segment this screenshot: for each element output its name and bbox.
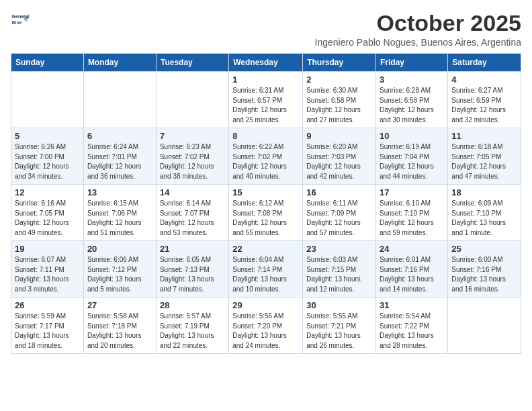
calendar-cell: 4Sunrise: 6:27 AMSunset: 6:59 PMDaylight… [448, 72, 521, 128]
cell-info: Sunrise: 6:14 AM [160, 199, 225, 209]
calendar-cell: 9Sunrise: 6:20 AMSunset: 7:03 PMDaylight… [303, 128, 376, 185]
cell-info: Sunset: 6:57 PM [232, 96, 299, 106]
calendar-cell: 1Sunrise: 6:31 AMSunset: 6:57 PMDaylight… [229, 72, 303, 128]
cell-info: Sunset: 7:20 PM [232, 322, 299, 332]
location-subtitle: Ingeniero Pablo Nogues, Buenos Aires, Ar… [315, 37, 521, 48]
cell-info: Daylight: 13 hours and 12 minutes. [306, 275, 372, 294]
cell-info: Sunrise: 5:58 AM [87, 312, 152, 322]
day-number: 8 [232, 131, 299, 141]
cell-info: Sunrise: 6:03 AM [306, 255, 372, 265]
cell-info: Sunset: 7:19 PM [160, 322, 225, 332]
cell-info: Sunset: 7:14 PM [232, 265, 299, 275]
col-header-monday: Monday [83, 54, 156, 72]
day-number: 23 [306, 244, 372, 254]
cell-info: Daylight: 13 hours and 22 minutes. [160, 331, 225, 351]
cell-info: Sunset: 7:09 PM [306, 209, 372, 219]
cell-info: Sunset: 7:07 PM [160, 209, 225, 219]
cell-info: Daylight: 12 hours and 38 minutes. [160, 162, 225, 181]
cell-info: Sunrise: 6:11 AM [306, 199, 372, 209]
cell-info: Sunset: 7:13 PM [160, 265, 225, 275]
day-number: 10 [380, 131, 444, 141]
day-number: 1 [232, 75, 299, 85]
day-number: 24 [380, 244, 444, 254]
calendar-cell: 22Sunrise: 6:04 AMSunset: 7:14 PMDayligh… [229, 241, 303, 298]
calendar-table: SundayMondayTuesdayWednesdayThursdayFrid… [11, 53, 521, 354]
cell-info: Daylight: 13 hours and 14 minutes. [380, 275, 444, 294]
cell-info: Daylight: 12 hours and 47 minutes. [451, 162, 517, 181]
col-header-saturday: Saturday [448, 54, 521, 72]
day-number: 26 [15, 300, 80, 310]
cell-info: Sunset: 6:59 PM [451, 96, 517, 106]
day-number: 2 [306, 75, 372, 85]
cell-info: Sunrise: 6:12 AM [232, 199, 299, 209]
cell-info: Daylight: 12 hours and 44 minutes. [380, 162, 444, 181]
cell-info: Sunrise: 6:22 AM [232, 142, 299, 152]
day-number: 6 [87, 131, 152, 141]
cell-info: Daylight: 12 hours and 42 minutes. [306, 162, 372, 181]
day-number: 11 [451, 131, 517, 141]
svg-text:Blue: Blue [12, 20, 22, 25]
cell-info: Sunset: 7:05 PM [15, 209, 80, 219]
col-header-friday: Friday [376, 54, 448, 72]
cell-info: Daylight: 13 hours and 16 minutes. [451, 275, 517, 294]
cell-info: Sunset: 7:11 PM [15, 265, 80, 275]
cell-info: Sunset: 7:12 PM [87, 265, 152, 275]
cell-info: Sunrise: 6:06 AM [87, 255, 152, 265]
cell-info: Daylight: 12 hours and 59 minutes. [380, 218, 444, 238]
cell-info: Sunset: 7:22 PM [380, 322, 444, 332]
logo: General Blue [11, 11, 30, 30]
calendar-cell: 18Sunrise: 6:09 AMSunset: 7:10 PMDayligh… [448, 185, 521, 241]
cell-info: Sunset: 7:03 PM [306, 152, 372, 163]
week-row-1: 1Sunrise: 6:31 AMSunset: 6:57 PMDaylight… [11, 72, 521, 128]
cell-info: Sunset: 7:21 PM [306, 322, 372, 332]
calendar-cell [448, 298, 521, 354]
cell-info: Daylight: 13 hours and 26 minutes. [306, 331, 372, 351]
calendar-cell: 30Sunrise: 5:55 AMSunset: 7:21 PMDayligh… [303, 298, 376, 354]
month-title: October 2025 [315, 11, 521, 36]
cell-info: Sunset: 7:18 PM [87, 322, 152, 332]
day-number: 31 [380, 300, 444, 310]
calendar-cell: 2Sunrise: 6:30 AMSunset: 6:58 PMDaylight… [303, 72, 376, 128]
logo-icon: General Blue [11, 11, 30, 30]
day-number: 15 [232, 187, 299, 197]
day-number: 25 [451, 244, 517, 254]
cell-info: Daylight: 12 hours and 51 minutes. [87, 218, 152, 238]
cell-info: Daylight: 12 hours and 57 minutes. [306, 218, 372, 238]
col-header-wednesday: Wednesday [229, 54, 303, 72]
cell-info: Sunrise: 5:55 AM [306, 312, 372, 322]
cell-info: Daylight: 12 hours and 27 minutes. [306, 105, 372, 125]
cell-info: Sunrise: 6:23 AM [160, 142, 225, 152]
header-row: SundayMondayTuesdayWednesdayThursdayFrid… [11, 54, 521, 72]
calendar-cell: 15Sunrise: 6:12 AMSunset: 7:08 PMDayligh… [229, 185, 303, 241]
calendar-cell: 29Sunrise: 5:56 AMSunset: 7:20 PMDayligh… [229, 298, 303, 354]
calendar-cell: 20Sunrise: 6:06 AMSunset: 7:12 PMDayligh… [83, 241, 156, 298]
calendar-cell: 26Sunrise: 5:59 AMSunset: 7:17 PMDayligh… [11, 298, 84, 354]
cell-info: Daylight: 13 hours and 18 minutes. [15, 331, 80, 351]
cell-info: Sunrise: 6:18 AM [451, 142, 517, 152]
day-number: 19 [15, 244, 80, 254]
calendar-cell [83, 72, 156, 128]
calendar-cell: 13Sunrise: 6:15 AMSunset: 7:06 PMDayligh… [83, 185, 156, 241]
cell-info: Sunrise: 6:00 AM [451, 255, 517, 265]
cell-info: Daylight: 13 hours and 7 minutes. [160, 275, 225, 294]
cell-info: Daylight: 12 hours and 25 minutes. [232, 105, 299, 125]
cell-info: Sunrise: 6:19 AM [380, 142, 444, 152]
day-number: 12 [15, 187, 80, 197]
day-number: 3 [380, 75, 444, 85]
cell-info: Sunrise: 6:31 AM [232, 86, 299, 96]
cell-info: Sunset: 6:58 PM [306, 96, 372, 106]
cell-info: Sunset: 7:02 PM [232, 152, 299, 163]
cell-info: Sunrise: 6:26 AM [15, 142, 80, 152]
cell-info: Sunrise: 6:20 AM [306, 142, 372, 152]
calendar-cell: 8Sunrise: 6:22 AMSunset: 7:02 PMDaylight… [229, 128, 303, 185]
cell-info: Daylight: 13 hours and 24 minutes. [232, 331, 299, 351]
cell-info: Sunset: 7:10 PM [380, 209, 444, 219]
cell-info: Sunset: 7:16 PM [380, 265, 444, 275]
week-row-5: 26Sunrise: 5:59 AMSunset: 7:17 PMDayligh… [11, 298, 521, 354]
cell-info: Sunrise: 6:24 AM [87, 142, 152, 152]
cell-info: Sunset: 7:01 PM [87, 152, 152, 163]
day-number: 29 [232, 300, 299, 310]
cell-info: Daylight: 13 hours and 1 minute. [451, 218, 517, 238]
calendar-cell: 24Sunrise: 6:01 AMSunset: 7:16 PMDayligh… [376, 241, 448, 298]
col-header-thursday: Thursday [303, 54, 376, 72]
